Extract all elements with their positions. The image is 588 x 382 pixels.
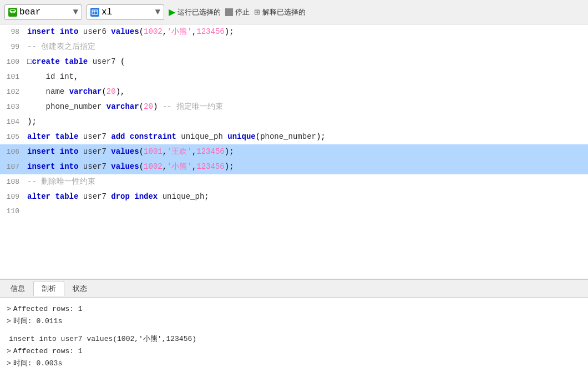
- line-number: 109: [0, 190, 25, 204]
- line-code: id int,: [25, 69, 588, 84]
- table-name-label: xl: [102, 7, 112, 17]
- line-number: 101: [0, 70, 25, 84]
- table-icon: [90, 8, 99, 17]
- code-line: 106insert into user7 values(1001,'王欢',12…: [0, 144, 588, 159]
- code-line: 108-- 删除唯一性约束: [0, 174, 588, 189]
- output-line: > 时间: 0.011s: [7, 315, 581, 328]
- db-icon: [8, 8, 17, 17]
- tab-状态[interactable]: 状态: [64, 281, 95, 296]
- tab-剖析[interactable]: 剖析: [33, 281, 64, 296]
- line-number: 102: [0, 85, 25, 99]
- line-code: alter table user7 add constraint unique_…: [25, 129, 588, 144]
- line-number: 100: [0, 55, 25, 69]
- analyze-button[interactable]: ⊞ 解释已选择的: [254, 7, 306, 17]
- code-line: 99-- 创建表之后指定: [0, 39, 588, 54]
- stop-icon: [225, 8, 233, 16]
- line-code: insert into user7 values(1002,'小熊',12345…: [25, 159, 588, 174]
- line-number: 99: [0, 40, 25, 54]
- line-number: 106: [0, 145, 25, 159]
- line-code: phone_number varchar(20) -- 指定唯一约束: [25, 99, 588, 114]
- line-code: insert into user6 values(1002,'小熊',12345…: [25, 24, 588, 39]
- line-code: );: [25, 114, 588, 129]
- line-code: name varchar(20),: [25, 84, 588, 99]
- code-line: 109alter table user7 drop index unique_p…: [0, 189, 588, 204]
- output-text: 时间: 0.003s: [13, 358, 62, 370]
- arrow-icon: >: [7, 315, 11, 328]
- output-line: [7, 328, 581, 333]
- code-line: 105alter table user7 add constraint uniq…: [0, 129, 588, 144]
- table-dropdown-arrow[interactable]: ▼: [155, 7, 160, 17]
- output-text: 时间: 0.011s: [13, 315, 62, 328]
- line-number: 110: [0, 204, 25, 219]
- svg-rect-2: [92, 10, 98, 14]
- arrow-icon: >: [7, 358, 11, 370]
- code-line: 110: [0, 204, 588, 219]
- code-line: 102 name varchar(20),: [0, 84, 588, 99]
- table-selector[interactable]: xl ▼: [87, 4, 164, 20]
- code-line: 98insert into user6 values(1002,'小熊',123…: [0, 24, 588, 39]
- code-line: 107insert into user7 values(1002,'小熊',12…: [0, 159, 588, 174]
- tab-信息[interactable]: 信息: [2, 281, 33, 296]
- output-line: insert into user7 values(1002,'小熊',12345…: [7, 333, 581, 345]
- bottom-tabs: 信息剖析状态: [0, 280, 588, 298]
- output-panel: > Affected rows: 1> 时间: 0.011sinsert int…: [0, 298, 588, 382]
- run-label: 运行已选择的: [178, 7, 221, 17]
- analyze-icon: ⊞: [254, 8, 260, 16]
- output-line: > Affected rows: 1: [7, 345, 581, 358]
- play-icon: ▶: [169, 7, 175, 17]
- line-number: 98: [0, 25, 25, 39]
- line-number: 108: [0, 175, 25, 189]
- code-line: 104);: [0, 114, 588, 129]
- line-code: □create table user7 (: [25, 54, 588, 69]
- arrow-icon: >: [7, 303, 11, 315]
- arrow-icon: >: [7, 345, 11, 358]
- toolbar: bear ▼ xl ▼ ▶ 运行已选择的 停止 ⊞ 解释已选择的: [0, 0, 588, 24]
- db-name-label: bear: [19, 7, 40, 17]
- line-code: -- 删除唯一性约束: [25, 174, 588, 189]
- code-editor[interactable]: 98insert into user6 values(1002,'小熊',123…: [0, 24, 588, 280]
- svg-point-0: [10, 9, 16, 12]
- line-code: -- 创建表之后指定: [25, 39, 588, 54]
- output-line: > Affected rows: 1: [7, 303, 581, 315]
- code-line: 100□create table user7 (: [0, 54, 588, 69]
- analyze-label: 解释已选择的: [262, 7, 306, 17]
- code-line: 101 id int,: [0, 69, 588, 84]
- line-number: 103: [0, 100, 25, 114]
- line-number: 105: [0, 130, 25, 144]
- run-button[interactable]: ▶ 运行已选择的: [169, 7, 221, 17]
- line-code: alter table user7 drop index unique_ph;: [25, 189, 588, 204]
- stop-button[interactable]: 停止: [225, 7, 250, 17]
- output-text: insert into user7 values(1002,'小熊',12345…: [9, 333, 196, 345]
- stop-label: 停止: [235, 7, 250, 17]
- db-dropdown-arrow[interactable]: ▼: [73, 7, 78, 17]
- db-selector[interactable]: bear ▼: [4, 4, 82, 20]
- line-number: 107: [0, 160, 25, 174]
- output-text: Affected rows: 1: [13, 345, 83, 358]
- output-text: Affected rows: 1: [13, 303, 83, 315]
- code-line: 103 phone_number varchar(20) -- 指定唯一约束: [0, 99, 588, 114]
- output-line: > 时间: 0.003s: [7, 358, 581, 370]
- line-code: insert into user7 values(1001,'王欢',12345…: [25, 144, 588, 159]
- line-number: 104: [0, 115, 25, 129]
